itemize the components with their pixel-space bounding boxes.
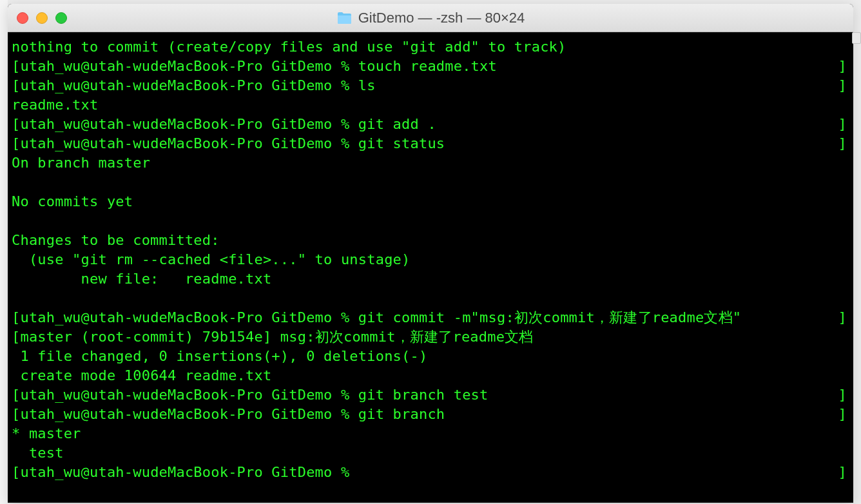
prompt-close-bracket: ] bbox=[838, 463, 849, 482]
prompt-content: utah_wu@utah-wudeMacBook-Pro GitDemo % l… bbox=[20, 76, 838, 95]
shell-command: touch readme.txt bbox=[358, 58, 497, 74]
shell-prompt: utah_wu@utah-wudeMacBook-Pro GitDemo % bbox=[20, 58, 358, 74]
terminal-line: new file: readme.txt bbox=[12, 269, 849, 289]
terminal-line bbox=[12, 173, 849, 192]
shell-command: git add . bbox=[358, 116, 436, 132]
terminal-prompt-line: [utah_wu@utah-wudeMacBook-Pro GitDemo % … bbox=[12, 463, 849, 482]
prompt-content: utah_wu@utah-wudeMacBook-Pro GitDemo % g… bbox=[20, 405, 838, 424]
prompt-open-bracket: [ bbox=[12, 385, 20, 405]
terminal-line: test bbox=[12, 443, 849, 463]
window-title-container: GitDemo — -zsh — 80×24 bbox=[336, 10, 525, 26]
terminal-prompt-line: [utah_wu@utah-wudeMacBook-Pro GitDemo % … bbox=[12, 115, 849, 134]
shell-prompt: utah_wu@utah-wudeMacBook-Pro GitDemo % bbox=[20, 406, 358, 422]
terminal-line: No commits yet bbox=[12, 192, 849, 211]
shell-prompt: utah_wu@utah-wudeMacBook-Pro GitDemo % bbox=[20, 464, 358, 480]
window-title: GitDemo — -zsh — 80×24 bbox=[358, 10, 525, 26]
prompt-close-bracket: ] bbox=[838, 76, 849, 95]
terminal-prompt-line: [utah_wu@utah-wudeMacBook-Pro GitDemo % … bbox=[12, 308, 849, 327]
terminal-line: (use "git rm --cached <file>..." to unst… bbox=[12, 250, 849, 269]
prompt-open-bracket: [ bbox=[12, 308, 20, 327]
terminal-line: On branch master bbox=[12, 153, 849, 173]
window-controls bbox=[17, 12, 67, 24]
terminal-line: 1 file changed, 0 insertions(+), 0 delet… bbox=[12, 347, 849, 366]
minimize-button[interactable] bbox=[36, 12, 48, 24]
prompt-content: utah_wu@utah-wudeMacBook-Pro GitDemo % g… bbox=[20, 115, 838, 134]
background-strip bbox=[0, 0, 8, 504]
close-button[interactable] bbox=[17, 12, 28, 24]
prompt-content: utah_wu@utah-wudeMacBook-Pro GitDemo % bbox=[20, 463, 838, 482]
shell-prompt: utah_wu@utah-wudeMacBook-Pro GitDemo % bbox=[20, 135, 358, 151]
prompt-open-bracket: [ bbox=[12, 134, 20, 153]
prompt-open-bracket: [ bbox=[12, 57, 20, 76]
terminal-prompt-line: [utah_wu@utah-wudeMacBook-Pro GitDemo % … bbox=[12, 76, 849, 95]
terminal-prompt-line: [utah_wu@utah-wudeMacBook-Pro GitDemo % … bbox=[12, 57, 849, 76]
terminal-prompt-line: [utah_wu@utah-wudeMacBook-Pro GitDemo % … bbox=[12, 405, 849, 424]
prompt-close-bracket: ] bbox=[838, 308, 849, 327]
prompt-close-bracket: ] bbox=[838, 405, 849, 424]
terminal-prompt-line: [utah_wu@utah-wudeMacBook-Pro GitDemo % … bbox=[12, 134, 849, 153]
terminal-line bbox=[12, 289, 849, 308]
prompt-open-bracket: [ bbox=[12, 463, 20, 482]
shell-prompt: utah_wu@utah-wudeMacBook-Pro GitDemo % bbox=[20, 77, 358, 93]
prompt-open-bracket: [ bbox=[12, 405, 20, 424]
shell-prompt: utah_wu@utah-wudeMacBook-Pro GitDemo % bbox=[20, 116, 358, 132]
prompt-content: utah_wu@utah-wudeMacBook-Pro GitDemo % g… bbox=[20, 308, 838, 327]
prompt-content: utah_wu@utah-wudeMacBook-Pro GitDemo % t… bbox=[20, 57, 838, 76]
prompt-close-bracket: ] bbox=[838, 115, 849, 134]
maximize-button[interactable] bbox=[55, 12, 67, 24]
shell-prompt: utah_wu@utah-wudeMacBook-Pro GitDemo % bbox=[20, 309, 358, 325]
shell-command: git status bbox=[358, 135, 445, 151]
terminal-line: * master bbox=[12, 424, 849, 443]
terminal-line: readme.txt bbox=[12, 95, 849, 115]
prompt-close-bracket: ] bbox=[838, 57, 849, 76]
prompt-content: utah_wu@utah-wudeMacBook-Pro GitDemo % g… bbox=[20, 385, 838, 405]
terminal-line: [master (root-commit) 79b154e] msg:初次com… bbox=[12, 327, 849, 347]
scroll-indicator[interactable] bbox=[852, 32, 861, 44]
prompt-close-bracket: ] bbox=[838, 134, 849, 153]
shell-command: git branch test bbox=[358, 387, 489, 403]
prompt-close-bracket: ] bbox=[838, 385, 849, 405]
terminal-output[interactable]: nothing to commit (create/copy files and… bbox=[8, 32, 853, 503]
prompt-content: utah_wu@utah-wudeMacBook-Pro GitDemo % g… bbox=[20, 134, 838, 153]
shell-command: git branch bbox=[358, 406, 445, 422]
terminal-line: create mode 100644 readme.txt bbox=[12, 366, 849, 385]
terminal-window: GitDemo — -zsh — 80×24 nothing to commit… bbox=[8, 4, 853, 503]
terminal-line bbox=[12, 211, 849, 231]
terminal-prompt-line: [utah_wu@utah-wudeMacBook-Pro GitDemo % … bbox=[12, 385, 849, 405]
terminal-line: Changes to be committed: bbox=[12, 231, 849, 250]
shell-prompt: utah_wu@utah-wudeMacBook-Pro GitDemo % bbox=[20, 387, 358, 403]
prompt-open-bracket: [ bbox=[12, 115, 20, 134]
prompt-open-bracket: [ bbox=[12, 76, 20, 95]
folder-icon bbox=[336, 12, 352, 24]
shell-command: ls bbox=[358, 77, 376, 93]
shell-command: git commit -m"msg:初次commit，新建了readme文档" bbox=[358, 309, 741, 325]
terminal-line: nothing to commit (create/copy files and… bbox=[12, 37, 849, 57]
window-titlebar[interactable]: GitDemo — -zsh — 80×24 bbox=[8, 4, 853, 32]
